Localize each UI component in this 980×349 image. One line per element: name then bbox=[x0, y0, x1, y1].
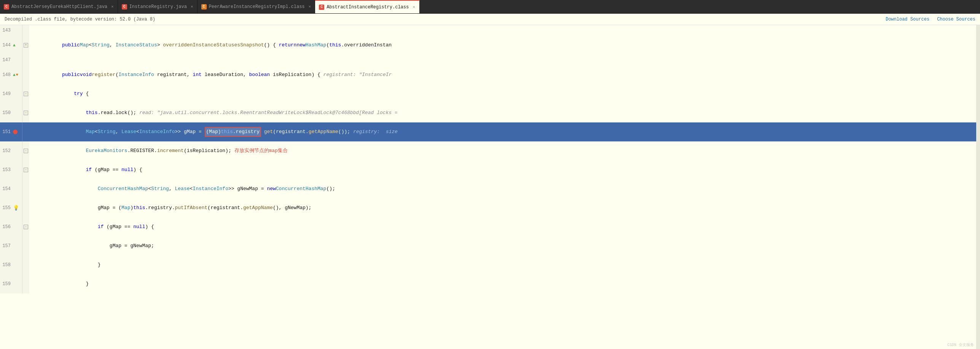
code-content-155: gMap = (Map)this.registry.putIfAbsent(re… bbox=[29, 198, 980, 217]
tab-icon-1: C bbox=[4, 4, 9, 10]
fold-icon-149[interactable]: - bbox=[24, 92, 28, 96]
gutter-158: 158 bbox=[0, 255, 22, 274]
fold-147 bbox=[22, 55, 29, 65]
tab-instance-registry[interactable]: C InstanceRegistry.java × bbox=[118, 0, 198, 13]
info-bar-right: Download Sources Choose Sources bbox=[886, 17, 975, 22]
code-content-159: } bbox=[29, 274, 980, 293]
gutter-152: 152 bbox=[0, 141, 22, 160]
line-num-149: 149 bbox=[2, 91, 12, 97]
line-num-150: 150 bbox=[2, 110, 12, 116]
fold-155 bbox=[22, 198, 29, 217]
fold-icon-150[interactable]: - bbox=[24, 111, 28, 115]
choose-sources-link[interactable]: Choose Sources bbox=[937, 17, 975, 22]
code-line-154: 154 ConcurrentHashMap<String, Lease<Inst… bbox=[0, 179, 980, 198]
tab-close-1[interactable]: × bbox=[111, 5, 114, 9]
download-sources-link[interactable]: Download Sources bbox=[886, 17, 929, 22]
gutter-148: 148 ▲ ▼ bbox=[0, 65, 22, 84]
breakpoint-icon-151 bbox=[13, 130, 18, 134]
gutter-150: 150 bbox=[0, 103, 22, 122]
code-content-144: public Map<String, InstanceStatus> overr… bbox=[29, 36, 980, 55]
code-content-156: if (gMap == null) { bbox=[29, 217, 980, 236]
lightbulb-icon-155: 💡 bbox=[13, 205, 19, 211]
gutter-147: 147 bbox=[0, 55, 22, 65]
code-line-143: 143 bbox=[0, 25, 980, 36]
arrow-up-icon-144: ▲ bbox=[13, 43, 16, 48]
line-num-153: 153 bbox=[2, 167, 12, 173]
fold-158 bbox=[22, 255, 29, 274]
fold-149: - bbox=[22, 84, 29, 103]
code-line-153: 153 - if (gMap == null) { bbox=[0, 160, 980, 179]
gutter-153: 153 bbox=[0, 160, 22, 179]
tab-label-2: InstanceRegistry.java bbox=[129, 4, 187, 10]
fold-151 bbox=[22, 122, 29, 141]
code-line-152: 152 - EurekaMonitors.REGISTER.increment(… bbox=[0, 141, 980, 160]
fold-143 bbox=[22, 25, 29, 36]
line-num-154: 154 bbox=[2, 186, 12, 192]
tab-icon-2: C bbox=[122, 4, 127, 10]
fold-152: - bbox=[22, 141, 29, 160]
fold-153: - bbox=[22, 160, 29, 179]
tab-close-4[interactable]: × bbox=[413, 5, 415, 10]
code-line-149: 149 - try { bbox=[0, 84, 980, 103]
code-content-153: if (gMap == null) { bbox=[29, 160, 980, 179]
tab-peer-aware[interactable]: C PeerAwareInstanceRegistryImpl.class × bbox=[198, 0, 316, 13]
scrollbar-gutter[interactable] bbox=[976, 25, 980, 349]
code-line-144: 144 ▲ + public Map<String, InstanceStatu… bbox=[0, 36, 980, 55]
code-line-158: 158 } bbox=[0, 255, 980, 274]
line-num-156: 156 bbox=[2, 224, 12, 230]
tab-icon-4: C bbox=[319, 5, 324, 10]
decompiled-info-text: Decompiled .class file, bytecode version… bbox=[5, 17, 155, 22]
fold-156: - bbox=[22, 217, 29, 236]
code-line-150: 150 - this.read.lock(); read: "java.util… bbox=[0, 103, 980, 122]
csdn-watermark: CSDN 全文服务 bbox=[947, 342, 974, 347]
tab-abstract-jersey[interactable]: C AbstractJerseyEurekaHttpClient.java × bbox=[0, 0, 118, 13]
gutter-155: 155 💡 bbox=[0, 198, 22, 217]
code-content-157: gMap = gNewMap; bbox=[29, 236, 980, 255]
registry-highlight-box: (Map)this.registry bbox=[205, 127, 261, 137]
code-line-148: 148 ▲ ▼ public void register(InstanceInf… bbox=[0, 65, 980, 84]
line-num-155: 155 bbox=[2, 205, 12, 211]
arrow-up-icon-148: ▲ bbox=[13, 73, 16, 77]
code-line-155: 155 💡 gMap = (Map)this.registry.putIfAbs… bbox=[0, 198, 980, 217]
gutter-144: 144 ▲ bbox=[0, 36, 22, 55]
code-line-157: 157 gMap = gNewMap; bbox=[0, 236, 980, 255]
arrow-down-icon-148: ▼ bbox=[16, 73, 19, 77]
tab-abstract-instance-registry[interactable]: C AbstractInstanceRegistry.class × bbox=[315, 0, 419, 13]
fold-icon-152[interactable]: - bbox=[24, 149, 28, 153]
line-num-159: 159 bbox=[2, 281, 12, 287]
code-content-151: Map<String, Lease<InstanceInfo>> gMap = … bbox=[29, 122, 980, 141]
line-num-151: 151 bbox=[2, 129, 12, 135]
gutter-icons-144: ▲ bbox=[13, 43, 21, 48]
code-line-156: 156 - if (gMap == null) { bbox=[0, 217, 980, 236]
fold-159 bbox=[22, 274, 29, 293]
line-num-148: 148 bbox=[2, 72, 12, 78]
code-content-158: } bbox=[29, 255, 980, 274]
code-content-154: ConcurrentHashMap<String, Lease<Instance… bbox=[29, 179, 980, 198]
fold-icon-144[interactable]: + bbox=[24, 43, 28, 48]
code-line-159: 159 } bbox=[0, 274, 980, 293]
line-num-143: 143 bbox=[2, 28, 12, 33]
code-content-149: try { bbox=[29, 84, 980, 103]
gutter-143: 143 bbox=[0, 25, 22, 36]
fold-157 bbox=[22, 236, 29, 255]
code-line-151: 151 Map<String, Lease<InstanceInfo>> gMa… bbox=[0, 122, 980, 141]
gutter-149: 149 bbox=[0, 84, 22, 103]
fold-icon-156[interactable]: - bbox=[24, 225, 28, 229]
fold-144: + bbox=[22, 36, 29, 55]
tab-close-3[interactable]: × bbox=[309, 5, 311, 9]
tab-label-1: AbstractJerseyEurekaHttpClient.java bbox=[11, 4, 107, 10]
code-content-150: this.read.lock(); read: "java.util.concu… bbox=[29, 103, 980, 122]
fold-icon-153[interactable]: - bbox=[24, 168, 28, 172]
gutter-icons-151 bbox=[13, 130, 21, 134]
line-num-152: 152 bbox=[2, 148, 12, 154]
code-content-148: public void register(InstanceInfo regist… bbox=[29, 65, 980, 84]
code-content-152: EurekaMonitors.REGISTER.increment(isRepl… bbox=[29, 141, 980, 160]
tab-close-2[interactable]: × bbox=[191, 5, 193, 9]
fold-148 bbox=[22, 65, 29, 84]
fold-154 bbox=[22, 179, 29, 198]
code-content-143 bbox=[29, 25, 980, 36]
tab-icon-3: C bbox=[201, 4, 207, 10]
fold-150: - bbox=[22, 103, 29, 122]
line-num-144: 144 bbox=[2, 43, 12, 48]
line-num-147: 147 bbox=[2, 57, 12, 63]
